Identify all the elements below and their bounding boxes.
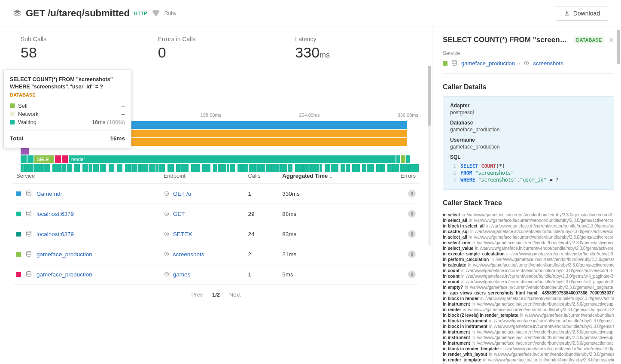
flame-segment[interactable] [409, 164, 419, 172]
flame-span[interactable] [62, 155, 68, 163]
pager-prev[interactable]: Prev [192, 291, 203, 298]
service-link[interactable]: localhost:6379 [37, 211, 74, 217]
table-row[interactable]: Gamefndr GET /u 1 330ms 0 [13, 184, 419, 204]
flame-segment[interactable] [367, 164, 374, 172]
scrollbar-thumb[interactable] [428, 66, 431, 126]
caller-details-heading: Caller Details [443, 83, 614, 91]
flame-segment[interactable] [242, 164, 248, 172]
service-link[interactable]: gameface_production [37, 251, 92, 258]
flame-segment[interactable] [303, 164, 310, 172]
breadcrumb-endpoint[interactable]: screenshots [533, 60, 563, 67]
flame-segment[interactable] [256, 164, 265, 172]
table-row[interactable]: localhost:6379 GET 29 88ms 0 [13, 204, 419, 224]
service-link[interactable]: Gamefndr [37, 191, 62, 197]
stack-trace-heading: Caller Stack Trace [443, 199, 614, 207]
right-scrollbar[interactable] [617, 27, 620, 364]
flame-segment[interactable] [266, 164, 271, 172]
breadcrumb-service[interactable]: gameface_production [461, 60, 515, 67]
flame-segment[interactable] [131, 164, 137, 172]
download-button[interactable]: Download [556, 6, 608, 21]
flame-segment[interactable] [382, 164, 385, 172]
flamegraph-area[interactable]: SELECT COUNT(*) FROM "screenshots" WHERE… [21, 70, 419, 155]
flame-segment[interactable] [167, 164, 174, 172]
endpoint-link[interactable]: screenshots [173, 251, 204, 258]
flame-segment[interactable] [341, 164, 345, 172]
svg-point-7 [164, 232, 168, 236]
flame-segment[interactable] [237, 164, 242, 172]
flame-segment[interactable] [89, 164, 92, 172]
flame-segment[interactable] [227, 164, 229, 172]
flame-segment[interactable] [180, 164, 189, 172]
flame-segment[interactable] [295, 164, 303, 172]
flame-span[interactable] [401, 155, 405, 163]
scrollbar-thumb[interactable] [617, 30, 620, 64]
close-icon[interactable]: ✕ [609, 36, 614, 44]
flame-segment[interactable] [387, 164, 392, 172]
flame-segment[interactable] [230, 164, 235, 172]
flame-span[interactable] [55, 155, 61, 163]
flame-segment[interactable] [158, 164, 165, 172]
flame-segment[interactable] [141, 164, 148, 172]
flame-segment[interactable] [218, 164, 226, 172]
flame-segment[interactable] [117, 164, 123, 172]
flame-segment[interactable] [320, 164, 323, 172]
metric-label: Errors in Calls [158, 36, 269, 42]
flame-segment[interactable] [109, 164, 114, 172]
service-link[interactable]: gameface_production [37, 271, 92, 278]
flame-segment[interactable] [325, 164, 330, 172]
flame-segment[interactable] [61, 164, 66, 172]
flame-segment[interactable] [331, 164, 338, 172]
service-link[interactable]: localhost:6379 [37, 231, 74, 237]
endpoint-link[interactable]: GET /u [173, 191, 192, 197]
flame-segment[interactable] [74, 164, 80, 172]
flame-segment[interactable] [149, 164, 155, 172]
flame-span[interactable] [27, 155, 33, 163]
flame-segment[interactable] [346, 164, 350, 172]
table-row[interactable]: localhost:6379 SETEX 24 83ms 0 [13, 224, 419, 244]
flame-segment[interactable] [392, 164, 399, 172]
flame-segment[interactable] [191, 164, 200, 172]
flame-segment[interactable] [125, 164, 131, 172]
flame-span[interactable] [21, 155, 27, 163]
metric-value: 330ms [295, 44, 406, 61]
flame-segment[interactable] [288, 164, 292, 172]
flame-segment[interactable] [272, 164, 280, 172]
flame-segment[interactable] [362, 164, 366, 172]
flame-segment[interactable] [82, 164, 88, 172]
flame-segment[interactable] [213, 164, 217, 172]
endpoint-link[interactable]: GET [173, 211, 185, 217]
left-scrollbar[interactable] [428, 66, 431, 246]
flame-segments-row[interactable] [21, 164, 419, 172]
endpoint-link[interactable]: games [173, 271, 191, 278]
flame-segment[interactable] [33, 164, 43, 172]
flame-segment[interactable] [100, 164, 106, 172]
flame-segment[interactable] [138, 164, 140, 172]
flame-segment[interactable] [21, 164, 24, 172]
stack-frame: in countin/var/www/gameface.in/current/v… [443, 268, 614, 273]
table-row[interactable]: gameface_production games 1 5ms 0 [13, 264, 419, 285]
flame-span[interactable]: SELE [34, 155, 54, 163]
flame-segment[interactable] [202, 164, 211, 172]
flame-segment[interactable] [376, 164, 382, 172]
flame-segment[interactable] [67, 164, 72, 172]
flame-segment[interactable] [352, 164, 360, 172]
flame-segment[interactable] [155, 164, 158, 172]
flame-segment[interactable] [249, 164, 256, 172]
detail-title: SELECT COUNT(*) FROM "screenshots"... [443, 36, 569, 44]
database-icon [25, 271, 32, 278]
pager-next[interactable]: Next [229, 291, 241, 298]
flame-span[interactable] [406, 155, 410, 163]
table-row[interactable]: gameface_production screenshots 2 21ms 0 [13, 244, 419, 264]
flame-segment[interactable] [400, 164, 409, 172]
flame-segment[interactable] [310, 164, 319, 172]
flame-segment[interactable] [280, 164, 287, 172]
flame-segment[interactable] [176, 164, 180, 172]
flame-span[interactable] [396, 155, 400, 163]
flame-segment[interactable] [93, 164, 100, 172]
flame-segment[interactable] [24, 164, 33, 172]
flame-span-render[interactable]: render [69, 155, 396, 163]
endpoint-link[interactable]: SETEX [173, 231, 192, 237]
stack-frame: in block in renderin/var/www/gameface.in… [443, 296, 614, 301]
flame-segment[interactable] [52, 164, 61, 172]
flame-segment[interactable] [43, 164, 50, 172]
